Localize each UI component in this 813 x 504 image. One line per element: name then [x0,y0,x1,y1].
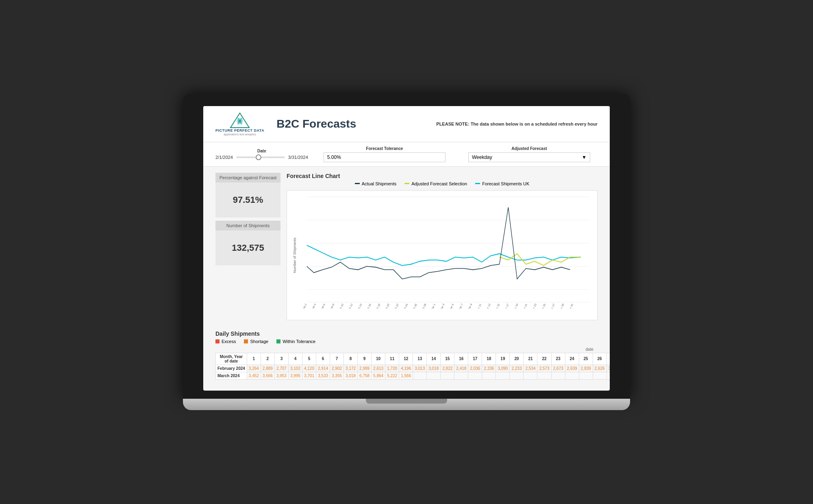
cell-feb-14: 3,018 [427,365,441,372]
cell-mar-8: 3,018 [344,372,358,379]
svg-text:Mar 17: Mar 17 [503,303,509,308]
legend-actual: Actual Shipments [355,181,397,186]
svg-text:Mar 21: Mar 21 [522,303,528,308]
cell-feb-1: 3,264 [247,365,261,372]
legend-shortage: Shortage [244,339,268,344]
svg-text:Mar 7: Mar 7 [458,303,463,308]
date-range: 2/1/2024 3/31/2024 [215,155,308,160]
chart-panel: Forecast Line Chart Actual Shipments Adj… [287,173,598,320]
controls-bar: Date 2/1/2024 3/31/2024 Fore [203,142,610,167]
cell-feb-13: 3,013 [413,365,427,372]
col-header-19: 19 [496,353,510,365]
svg-text:Feb 6: Feb 6 [320,303,325,308]
date-slider[interactable] [236,156,285,158]
cell-mar-16 [454,372,468,379]
col-header-17: 17 [468,353,482,365]
cell-feb-6: 2,914 [316,365,330,372]
date-label: Date [257,149,266,153]
daily-legend: Excess Shortage Within Tolerance [215,339,598,344]
svg-text:Feb 16: Feb 16 [365,303,372,308]
legend-within-label: Within Tolerance [283,339,315,344]
cell-mar-6: 3,533 [316,372,330,379]
cell-mar-14 [427,372,441,379]
svg-text:Feb 26: Feb 26 [411,303,417,308]
chart-title: Forecast Line Chart [287,173,598,179]
daily-title: Daily Shipments [215,330,598,337]
adjusted-label: Adjusted Forecast [511,146,547,151]
cell-feb-21: 2,534 [524,365,537,372]
svg-text:Feb 14: Feb 14 [356,303,362,308]
legend-actual-label: Actual Shipments [362,181,397,186]
legend-within: Within Tolerance [276,339,315,344]
cell-feb-3: 2,707 [274,365,288,372]
cell-feb-7: 2,902 [330,365,344,372]
row-label-mar: March 2024 [216,372,247,379]
cell-feb-18: 2,336 [482,365,496,372]
row-label-feb: February 2024 [216,365,247,372]
cell-mar-5: 3,701 [302,372,316,379]
legend-adjusted-label: Adjusted Forecast Selection [411,181,467,186]
chart-svg: 10K 8K 6K 4K 2K 0K [303,195,593,308]
tolerance-input[interactable] [324,152,446,162]
cell-feb-12: 4,196 [399,365,413,372]
cell-mar-18 [482,372,496,379]
notice-text: PLEASE NOTE: The data shown below is on … [436,122,598,126]
col-header-4: 4 [288,353,302,365]
chart-area: Number of Shipments 10K 8K 6K 4K 2K 0K [287,190,598,320]
date-end: 3/31/2024 [288,155,308,160]
svg-text:Mar 1: Mar 1 [430,303,436,308]
y-axis-label: Number of Shipments [293,237,297,273]
logo-text: PICTURE PERFECT DATA [215,128,264,133]
col-header-16: 16 [454,353,468,365]
adjusted-select[interactable]: Weekday ▼ [468,152,590,162]
svg-text:Mar 5: Mar 5 [449,303,454,308]
shipments-value: 132,575 [220,235,276,261]
cell-mar-26 [593,372,606,379]
cell-feb-10: 2,613 [372,365,385,372]
table-row: March 2024 3,452 3,566 3,953 3,995 3,701… [216,372,610,379]
col-header-11: 11 [385,353,399,365]
cell-feb-11: 1,720 [385,365,399,372]
col-header-7: 7 [330,353,344,365]
forecast-uk-line [307,245,581,265]
table-header-row: Month, Year of date 1 2 3 4 5 6 7 8 9 10 [216,353,610,365]
svg-text:Mar 15: Mar 15 [494,303,500,308]
adjusted-forecast-control: Adjusted Forecast Weekday ▼ [461,146,598,162]
cell-mar-10: 5,864 [372,372,385,379]
svg-text:Feb 8: Feb 8 [329,303,335,308]
svg-text:Mar 19: Mar 19 [512,303,518,308]
col-header-15: 15 [441,353,454,365]
svg-text:Feb 18: Feb 18 [374,303,380,308]
cell-feb-17: 2,036 [468,365,482,372]
svg-text:Feb 22: Feb 22 [393,303,399,308]
col-header-3: 3 [274,353,288,365]
pct-label: Percentage against Forecast [215,173,280,182]
col-header-12: 12 [399,353,413,365]
adjusted-value: Weekday [472,154,492,160]
legend-excess-label: Excess [222,339,236,344]
cell-mar-24 [565,372,579,379]
svg-text:Mar 27: Mar 27 [549,303,555,308]
svg-text:Feb 24: Feb 24 [402,303,408,308]
logo-area: PICTURE PERFECT DATA applications and an… [215,112,264,136]
tolerance-control: Forecast Tolerance [316,146,453,162]
svg-text:Mar 31: Mar 31 [567,303,574,308]
cell-feb-4: 3,102 [288,365,302,372]
cell-feb-20: 2,233 [510,365,524,372]
cell-mar-2: 3,566 [261,372,274,379]
cell-mar-11: 5,222 [385,372,399,379]
main-content: Percentage against Forecast 97.51% Numbe… [203,167,610,326]
svg-text:Feb 20: Feb 20 [384,303,390,308]
svg-text:Mar 23: Mar 23 [531,303,537,308]
chevron-down-icon: ▼ [582,154,587,160]
table-row: February 2024 3,264 2,889 2,707 3,102 4,… [216,365,610,372]
laptop-frame: PICTURE PERFECT DATA applications and an… [183,94,630,410]
cell-mar-1: 3,452 [247,372,261,379]
cell-mar-19 [496,372,510,379]
header: PICTURE PERFECT DATA applications and an… [203,106,610,142]
cell-mar-22 [537,372,551,379]
svg-text:Feb 28: Feb 28 [420,303,426,308]
col-header-13: 13 [413,353,427,365]
col-header-14: 14 [427,353,441,365]
cell-mar-15 [441,372,454,379]
